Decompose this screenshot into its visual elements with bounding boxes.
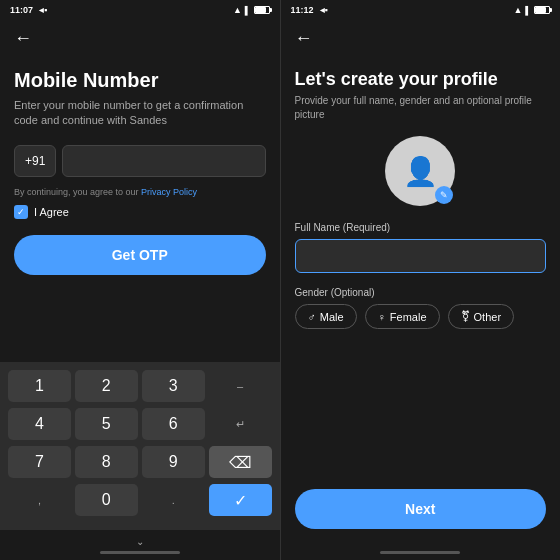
privacy-policy-link[interactable]: Privacy Policy	[141, 187, 197, 197]
other-label: Other	[474, 311, 502, 323]
phone-number-input[interactable]	[62, 145, 266, 177]
avatar-container[interactable]: 👤 ✎	[295, 136, 547, 206]
key-0[interactable]: 0	[75, 484, 138, 516]
left-screen-content: ← Mobile Number Enter your mobile number…	[0, 20, 280, 362]
key-5[interactable]: 5	[75, 408, 138, 440]
male-icon: ♂	[308, 311, 316, 323]
right-phone-screen: 11:12 ◂▪ ▲ ▌ ← Let's create your profile…	[281, 0, 561, 560]
status-time-left: 11:07 ◂▪	[10, 5, 47, 15]
status-time-right: 11:12 ◂▪	[291, 5, 328, 15]
keyboard-bottom: ⌄	[0, 536, 280, 547]
check-icon: ✓	[17, 207, 25, 217]
keyboard-row-1: 1 2 3 –	[6, 370, 274, 402]
signal-icon-right: ▌	[525, 6, 531, 15]
mobile-number-title: Mobile Number	[14, 69, 266, 92]
phone-input-row: +91	[14, 145, 266, 177]
key-1[interactable]: 1	[8, 370, 71, 402]
key-dash[interactable]: –	[209, 370, 272, 402]
gender-label: Gender (Optional)	[295, 287, 547, 298]
keyboard-row-2: 4 5 6 ↵	[6, 408, 274, 440]
wifi-icon-left: ▲	[233, 5, 242, 15]
mobile-number-subtitle: Enter your mobile number to get a confir…	[14, 98, 266, 129]
avatar-person-icon: 👤	[403, 155, 438, 188]
battery-icon-left	[254, 6, 270, 14]
home-indicator-right	[380, 551, 460, 554]
gender-options: ♂ Male ♀ Female ⚧ Other	[295, 304, 547, 329]
key-2[interactable]: 2	[75, 370, 138, 402]
keyboard-row-3: 7 8 9 ⌫	[6, 446, 274, 478]
battery-icon-right	[534, 6, 550, 14]
back-button-left[interactable]: ←	[14, 28, 38, 49]
wifi-icon-right: ▲	[513, 5, 522, 15]
gender-female-button[interactable]: ♀ Female	[365, 304, 440, 329]
key-4[interactable]: 4	[8, 408, 71, 440]
profile-subtitle: Provide your full name, gender and an op…	[295, 94, 547, 122]
right-screen-content: ← Let's create your profile Provide your…	[281, 20, 561, 547]
profile-title: Let's create your profile	[295, 69, 547, 90]
keyboard: 1 2 3 – 4 5 6 ↵ 7 8 9 ⌫ , 0 . ✓	[0, 362, 280, 530]
key-3[interactable]: 3	[142, 370, 205, 402]
status-bar-right: 11:12 ◂▪ ▲ ▌	[281, 0, 561, 20]
status-icons-right: ▲ ▌	[513, 5, 550, 15]
country-code[interactable]: +91	[14, 145, 56, 177]
male-label: Male	[320, 311, 344, 323]
full-name-input[interactable]	[295, 239, 547, 273]
keyboard-row-4: , 0 . ✓	[6, 484, 274, 516]
key-8[interactable]: 8	[75, 446, 138, 478]
key-7[interactable]: 7	[8, 446, 71, 478]
full-name-label: Full Name (Required)	[295, 222, 547, 233]
agree-label: I Agree	[34, 206, 69, 218]
next-button[interactable]: Next	[295, 489, 547, 529]
home-indicator-left	[100, 551, 180, 554]
key-return[interactable]: ↵	[209, 408, 272, 440]
key-comma[interactable]: ,	[8, 484, 71, 516]
key-9[interactable]: 9	[142, 446, 205, 478]
privacy-text: By continuing, you agree to our Privacy …	[14, 187, 266, 197]
key-confirm[interactable]: ✓	[209, 484, 272, 516]
female-label: Female	[390, 311, 427, 323]
agree-row: ✓ I Agree	[14, 205, 266, 219]
avatar-circle: 👤 ✎	[385, 136, 455, 206]
status-icons-left: ▲ ▌	[233, 5, 270, 15]
keyboard-collapse[interactable]: ⌄	[136, 536, 144, 547]
signal-icon-left: ▌	[245, 6, 251, 15]
agree-checkbox[interactable]: ✓	[14, 205, 28, 219]
gender-male-button[interactable]: ♂ Male	[295, 304, 357, 329]
key-6[interactable]: 6	[142, 408, 205, 440]
back-button-right[interactable]: ←	[295, 28, 319, 49]
get-otp-button[interactable]: Get OTP	[14, 235, 266, 275]
key-backspace[interactable]: ⌫	[209, 446, 272, 478]
key-period[interactable]: .	[142, 484, 205, 516]
female-icon: ♀	[378, 311, 386, 323]
status-bar-left: 11:07 ◂▪ ▲ ▌	[0, 0, 280, 20]
gender-other-button[interactable]: ⚧ Other	[448, 304, 515, 329]
other-icon: ⚧	[461, 310, 470, 323]
avatar-edit-badge[interactable]: ✎	[435, 186, 453, 204]
left-phone-screen: 11:07 ◂▪ ▲ ▌ ← Mobile Number Enter your …	[0, 0, 281, 560]
edit-icon: ✎	[440, 190, 448, 200]
